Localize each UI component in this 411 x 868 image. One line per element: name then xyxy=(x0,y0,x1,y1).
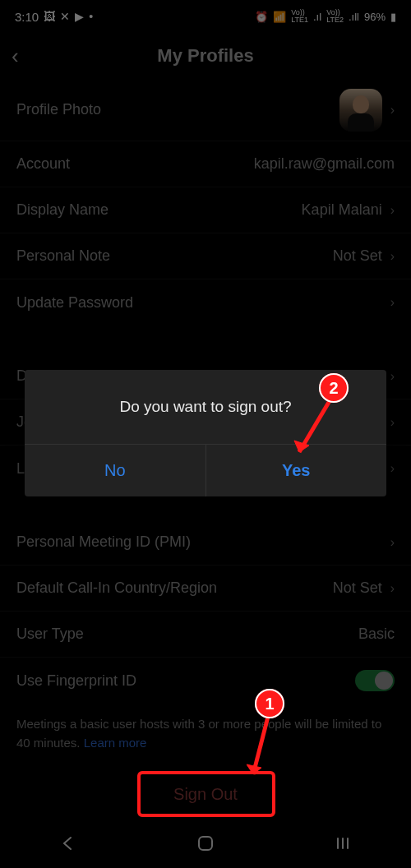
annotation-marker-2: 2 xyxy=(319,373,349,403)
annotation-marker-1: 1 xyxy=(255,689,284,718)
annotation-arrow-2 xyxy=(288,399,337,470)
svg-line-1 xyxy=(253,717,268,774)
svg-marker-2 xyxy=(247,764,261,774)
dialog-no-button[interactable]: No xyxy=(25,445,206,496)
annotation-arrow-1 xyxy=(247,717,271,792)
